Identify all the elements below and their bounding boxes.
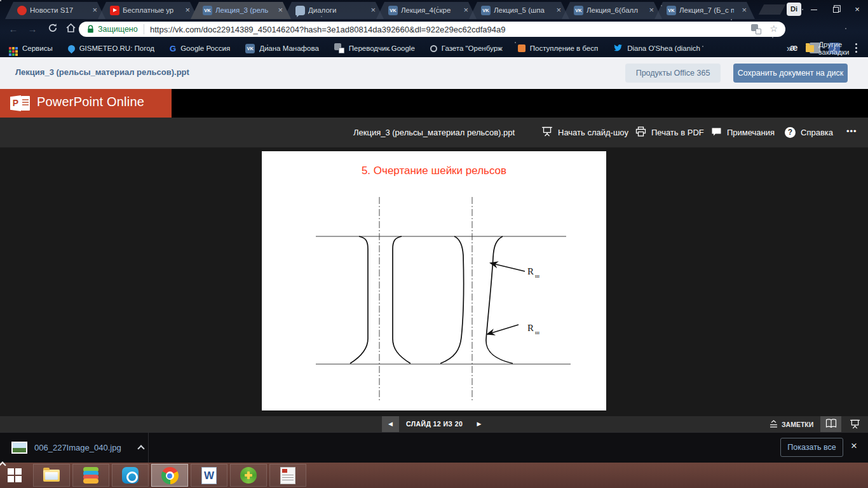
radius-label-1: R (527, 266, 534, 276)
start-slideshow-button[interactable]: Начать слайд-шоу (541, 118, 628, 147)
toolbar-more-icon[interactable]: ••• (846, 126, 857, 136)
powerpoint-doc-sheet (21, 96, 30, 111)
taskbar-bluestacks-button[interactable] (72, 464, 109, 487)
reload-icon[interactable] (46, 23, 60, 36)
powerpoint-p-badge: P (10, 95, 21, 111)
radius-sub-1: ш (535, 273, 539, 279)
chat-favicon-icon (295, 6, 305, 15)
browser-tab-dialogi[interactable]: Диалоги × (283, 2, 384, 19)
help-icon: ? (785, 127, 796, 138)
tab-close-icon[interactable]: × (742, 5, 747, 15)
print-pdf-button[interactable]: Печать в PDF (635, 118, 704, 147)
bookmark-servisy[interactable]: Сервисы (9, 44, 53, 52)
tab-title: Лекция_3 (рель (215, 6, 270, 14)
slide-canvas: 5. Очертание шейки рельсов R (0, 147, 868, 416)
slideshow-view-button[interactable] (845, 416, 864, 432)
restore-icon (833, 7, 839, 13)
close-shelf-icon[interactable]: × (851, 440, 857, 452)
folder-icon (806, 45, 814, 52)
bookmarks-overflow-icon[interactable]: » (783, 39, 796, 57)
back-icon[interactable]: ← (6, 23, 20, 36)
tab-close-icon[interactable]: × (185, 5, 190, 15)
word-icon: W (201, 467, 217, 484)
home-icon[interactable] (64, 23, 78, 36)
bookmark-gazeta[interactable]: Газета "Оренбурж (430, 44, 503, 52)
bookmark-star-icon[interactable]: ☆ (770, 24, 778, 34)
help-button[interactable]: ? Справка (785, 118, 833, 147)
downloaded-file-chip[interactable]: 006_227Image_040.jpg (8, 438, 147, 458)
save-to-disk-button[interactable]: Сохранить документ на диск (733, 64, 848, 83)
download-shelf: 006_227Image_040.jpg Показать все × (0, 432, 868, 463)
printer-icon (635, 126, 646, 139)
bookmark-twitter[interactable]: Diana O'Shea (dianich (613, 44, 700, 53)
taskbar-mirror-app-button[interactable] (112, 464, 149, 487)
display-icon (850, 419, 860, 429)
slide-counter: СЛАЙД 12 ИЗ 20 (406, 416, 463, 432)
window-minimize-button[interactable] (803, 0, 825, 19)
start-button[interactable] (8, 468, 22, 482)
tab-close-icon[interactable]: × (463, 5, 468, 15)
bookmark-vk-profile[interactable]: VK Диана Манафова (245, 44, 319, 53)
tab-title: Диалоги (308, 6, 363, 14)
ppt-toolbar: Лекция_3 (рельсы_материал рельсов).ppt Н… (0, 118, 868, 147)
notes-toggle[interactable]: ЗАМЕТКИ (770, 416, 813, 432)
address-bar[interactable]: Защищено https://vk.com/doc22914389_4501… (79, 22, 785, 37)
taskbar-word-button[interactable]: W (191, 464, 227, 487)
browser-tab-youtube[interactable]: Бесплатные ур × (98, 2, 198, 19)
bookmark-postuplenie[interactable]: Поступление в бесп (518, 44, 598, 52)
other-bookmarks-button[interactable]: Другие закладки (806, 39, 868, 57)
browser-tab-lekcia4[interactable]: VK Лекция_4(скре × (376, 2, 477, 19)
new-tab-button[interactable] (759, 4, 786, 15)
browser-tab-novosti[interactable]: Новости S17 × (5, 2, 105, 19)
slideshow-screen-icon (541, 126, 553, 139)
vk-doc-header: Лекция_3 (рельсы_материал рельсов).ppt П… (0, 57, 868, 89)
reading-view-button[interactable] (820, 416, 841, 432)
tab-close-icon[interactable]: × (278, 5, 283, 15)
bookmark-label: Сервисы (22, 44, 53, 52)
window-close-button[interactable]: × (846, 0, 868, 19)
taskbar-news-button[interactable] (269, 464, 306, 487)
theme-stars-decoration (0, 0, 1, 1)
tab-title: Бесплатные ур (123, 6, 177, 14)
taskbar-chrome-button[interactable] (151, 464, 188, 487)
taskbar-explorer-button[interactable] (33, 464, 70, 487)
bookmark-google[interactable]: G Google Россия (170, 44, 230, 53)
browser-tab-lekcia3-active[interactable]: VK Лекция_3 (рель × (191, 2, 291, 19)
office-products-button[interactable]: Продукты Office 365 (625, 64, 721, 83)
bookmark-label: Диана Манафова (259, 44, 319, 52)
services-grid-icon (9, 47, 11, 50)
omnibox-divider (144, 24, 144, 34)
vk-favicon-icon: VK (667, 6, 676, 15)
window-restore-button[interactable] (825, 0, 846, 19)
translate-icon[interactable] (751, 24, 761, 34)
security-label: Защищено (98, 25, 138, 34)
tab-close-icon[interactable]: × (92, 5, 97, 15)
bookmark-translate[interactable]: Переводчик Google (334, 43, 415, 53)
browser-profile-badge[interactable]: Di (787, 3, 801, 16)
download-menu-chevron-icon[interactable] (137, 445, 144, 452)
brand-title: PowerPoint Online (37, 95, 144, 109)
tab-close-icon[interactable]: × (370, 5, 376, 15)
browser-tab-lekcia5[interactable]: VK Лекция_5 (шпа × (469, 2, 569, 19)
vk-icon: VK (245, 44, 255, 53)
next-slide-button[interactable]: ▶ (473, 416, 485, 432)
page-url[interactable]: https://vk.com/doc22914389_450146204?has… (150, 25, 798, 34)
slideshow-label: Начать слайд-шоу (558, 128, 628, 137)
comments-button[interactable]: Примечания (711, 118, 775, 147)
bookmark-label: Газета "Оренбурж (442, 44, 503, 52)
show-all-downloads-button[interactable]: Показать все (780, 438, 843, 457)
tab-title: Лекция_6(балл (587, 6, 641, 14)
notes-label: ЗАМЕТКИ (782, 421, 813, 428)
forward-icon[interactable]: → (25, 23, 39, 36)
tab-close-icon[interactable]: × (556, 5, 561, 15)
previous-slide-button[interactable]: ◀ (382, 416, 399, 432)
image-thumbnail-icon (11, 442, 27, 454)
bookmark-gismeteo[interactable]: GISMETEO.RU: Погод (68, 44, 154, 52)
tab-title: Лекция_4(скре (401, 6, 456, 14)
browser-tab-lekcia7[interactable]: VK Лекция_7 (Б_с п × (654, 2, 755, 19)
tab-close-icon[interactable]: × (649, 5, 654, 15)
tray-expand-chevron-icon[interactable] (0, 461, 6, 468)
browser-tab-lekcia6[interactable]: VK Лекция_6(балл × (562, 2, 662, 19)
taskbar-360security-button[interactable] (230, 464, 267, 487)
open-book-icon (825, 419, 837, 428)
